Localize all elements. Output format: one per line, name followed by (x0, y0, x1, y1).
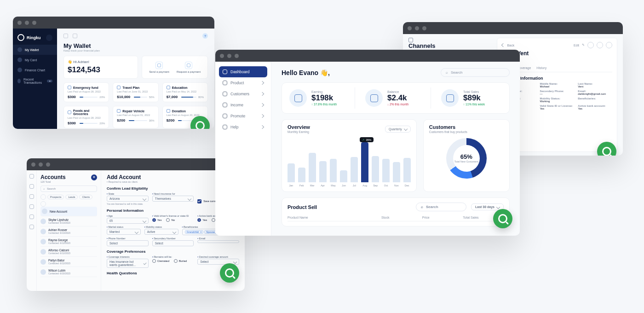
nav-income[interactable]: Income (219, 99, 267, 110)
account-row[interactable]: Alfonso CalzoniContacted: 6/12/2023 (40, 247, 97, 257)
bar (330, 159, 337, 182)
cremated-radio[interactable]: Cremated (152, 259, 169, 263)
filter-icon[interactable] (40, 201, 46, 207)
nav-finance-chart[interactable]: Finance Chart (13, 65, 57, 75)
pocket-icon (68, 86, 71, 89)
accounts-search-input[interactable]: ⌕Search (40, 185, 97, 192)
nav-customers[interactable]: Customers (219, 88, 267, 99)
phone-input[interactable]: Select (107, 240, 149, 246)
request-icon (185, 62, 192, 69)
help-icon[interactable]: ? (202, 33, 208, 39)
pocket-card[interactable]: Repair Vehicle Last Paid on August 01, 2… (113, 106, 158, 128)
account-row[interactable]: Rayna GeorgeContacted: 6/12/2023 (40, 237, 97, 247)
id-no-radio[interactable]: No (166, 218, 175, 222)
secondary-phone-input[interactable]: Select (152, 240, 194, 246)
avatar (40, 249, 46, 255)
send-payment-button[interactable]: Send a payment (149, 62, 169, 73)
account-row[interactable]: Paityn BatorContacted: 6/12/2023 (40, 257, 97, 267)
account-row[interactable]: Wilson LubinContacted: 6/10/2023 (40, 267, 97, 277)
dashboard-icon (223, 70, 227, 74)
pocket-card[interactable]: Emergency fund Last Paid on August 28, 2… (63, 82, 109, 102)
chip-all[interactable] (40, 194, 46, 200)
page-subtitle: Keep track your financial plan (63, 49, 208, 52)
state-select[interactable]: Arizona (107, 196, 149, 202)
bar (309, 153, 316, 182)
pocket-icon (68, 110, 71, 114)
dashboard-window: Dashboard Product Customers Income Promo… (215, 50, 520, 236)
bar (403, 158, 411, 182)
tab-history[interactable]: History (536, 66, 546, 72)
mobility-select[interactable]: Active (144, 229, 178, 235)
pencil-icon[interactable]: ✎ (582, 43, 585, 47)
titlebar (403, 22, 623, 34)
account-row[interactable]: Skylar LipshutzContacted: 6/13/2023 (40, 216, 97, 226)
avatar (40, 259, 46, 265)
account-row[interactable]: New Account (40, 207, 97, 216)
back-icon[interactable] (501, 43, 505, 47)
pocket-card[interactable]: Education Last Paid on May 14, 2022 $7,0… (162, 82, 208, 102)
pocket-card[interactable]: Foods and Groceries Last Paid on August … (63, 106, 109, 128)
nav-recent-transactions[interactable]: Recent Transactions● (13, 75, 57, 87)
edit-button[interactable]: Edit (574, 44, 579, 47)
buried-radio[interactable]: Buried (174, 259, 187, 263)
chip-leads[interactable]: Leads (65, 195, 78, 199)
rail-icon[interactable] (29, 174, 34, 179)
pocket-icon (167, 109, 170, 113)
avatar (40, 239, 46, 244)
dashboard-sidebar: Dashboard Product Customers Income Promo… (215, 62, 271, 236)
rail-icon[interactable] (29, 184, 34, 189)
action-icon[interactable] (587, 42, 594, 48)
page-title: My Wallet (63, 42, 208, 49)
action-icon[interactable] (606, 42, 612, 48)
zoom-fab[interactable] (493, 209, 512, 228)
request-payment-button[interactable]: Request a payment (177, 62, 201, 73)
add-account-button[interactable]: + (91, 174, 97, 180)
wallet-sidebar: Ringku My Wallet My Card Finance Chart R… (13, 29, 57, 129)
greeting: Hello Evano 👋, (282, 69, 330, 76)
titlebar (215, 50, 520, 62)
kpi-icon (441, 89, 459, 107)
search-input[interactable]: ⌕Search (441, 68, 510, 77)
nav-my-wallet[interactable]: My Wallet (13, 45, 57, 55)
chip-prospects[interactable]: Prospects (47, 195, 64, 199)
bank-yes-radio[interactable]: Yes (197, 218, 207, 222)
nav-help[interactable]: Help (219, 122, 267, 133)
channels-icon (408, 38, 413, 42)
chip-clients[interactable]: Clients (79, 195, 92, 199)
rail-icon[interactable] (29, 225, 34, 229)
need-select[interactable]: Themselves (152, 196, 194, 202)
pocket-icon (117, 86, 121, 89)
product-search-input[interactable]: ⌕Search (416, 203, 466, 211)
back-button[interactable]: Back (507, 44, 515, 47)
nav-my-card[interactable]: My Card (13, 55, 57, 65)
grid-icon[interactable] (73, 34, 77, 38)
period-select[interactable]: Quarterly (385, 126, 411, 133)
income-icon (223, 103, 227, 107)
layout-icon[interactable] (63, 34, 68, 38)
zoom-fab[interactable] (220, 263, 239, 283)
avatar (40, 269, 46, 275)
titlebar (13, 17, 214, 29)
id-yes-radio[interactable]: Yes (152, 218, 162, 222)
rail-icon[interactable] (29, 194, 34, 199)
pocket-icon (167, 86, 170, 89)
coverage-select[interactable]: Has insurance but wants guaranteed... (107, 259, 149, 268)
bar (288, 163, 295, 182)
nav-product[interactable]: Product (219, 77, 267, 88)
age-select[interactable]: 65 (107, 218, 149, 224)
nav-dashboard[interactable]: Dashboard (219, 66, 267, 77)
rail-icon[interactable] (29, 214, 34, 219)
product-icon (223, 81, 227, 85)
balance-amount: $124,543 (68, 65, 134, 75)
wallet-window: Ringku My Wallet My Card Finance Chart R… (13, 17, 214, 129)
product-sell-panel: Product Sell ⌕Search Last 30 days Produc… (282, 197, 510, 226)
email-input[interactable] (197, 240, 239, 243)
nav-promote[interactable]: Promote (219, 110, 267, 122)
rail-icon[interactable] (29, 204, 34, 209)
send-icon (155, 62, 163, 69)
marital-select[interactable]: Married (107, 229, 141, 235)
account-row[interactable]: Adrian RosserContacted: 6/13/2023 (40, 226, 97, 237)
overview-panel: Overview Monthly Earning Quarterly 35% J… (282, 119, 417, 192)
pocket-card[interactable]: Travel Plan Last Paid on June 01, 2022 $… (113, 82, 158, 102)
action-icon[interactable] (597, 42, 603, 48)
